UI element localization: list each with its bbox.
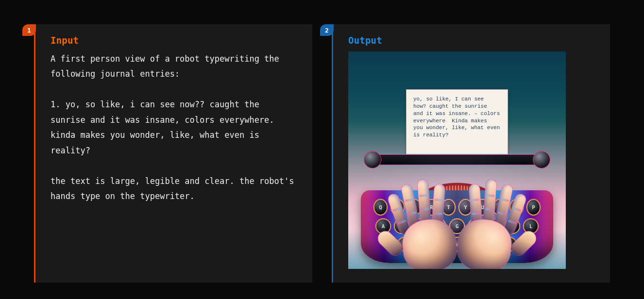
typewriter-paper: yo, so like, I can see how? caught the s…	[406, 89, 508, 156]
output-card: 2 Output yo, so like, I can see how? cau…	[332, 24, 610, 282]
input-step-badge: 1	[22, 24, 36, 36]
output-title: Output	[348, 35, 595, 46]
output-accent-bar	[332, 24, 333, 282]
input-accent-bar	[34, 24, 35, 282]
input-card: 1 Input A first person view of a robot t…	[34, 24, 312, 282]
generated-image: yo, so like, I can see how? caught the s…	[348, 51, 566, 269]
cards-row: 1 Input A first person view of a robot t…	[0, 0, 644, 282]
output-step-badge: 2	[320, 24, 334, 36]
robot-hand-right	[441, 175, 533, 269]
input-title: Input	[51, 35, 298, 46]
typewriter-paper-text: yo, so like, I can see how? caught the s…	[413, 96, 501, 139]
input-prompt-text: A first person view of a robot typewriti…	[51, 51, 298, 204]
